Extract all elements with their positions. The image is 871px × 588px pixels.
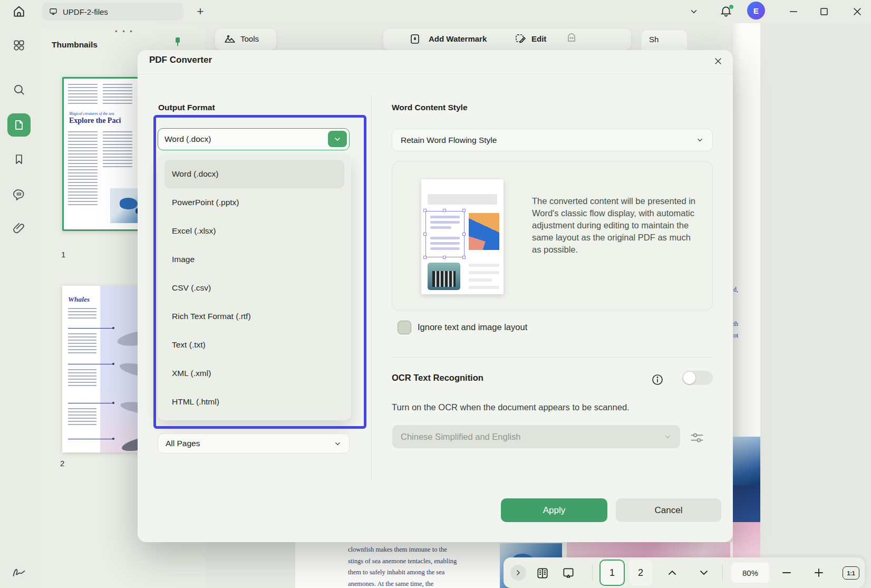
presenter-icon xyxy=(562,566,575,580)
zoom-level[interactable]: 80% xyxy=(731,563,769,583)
thumb2-text-block xyxy=(68,308,96,320)
preview-photo-2 xyxy=(428,263,460,290)
ocr-settings-button[interactable] xyxy=(690,430,704,445)
format-option[interactable]: Image xyxy=(164,245,344,274)
previous-page-button[interactable] xyxy=(666,566,679,579)
format-option[interactable]: Rich Text Format (.rtf) xyxy=(164,302,344,331)
pin-panel-icon[interactable] xyxy=(173,37,182,46)
word-content-style-select[interactable]: Retain Word Flowing Style xyxy=(392,129,713,151)
next-page-button[interactable] xyxy=(698,566,710,579)
edit-button[interactable]: Edit xyxy=(531,34,546,43)
dialog-title: PDF Converter xyxy=(149,55,212,65)
page-2-button[interactable]: 2 xyxy=(629,560,652,586)
page-range-value: All Pages xyxy=(166,439,200,448)
toolbar-divider xyxy=(722,564,723,581)
titlebar-chevron-down-icon[interactable] xyxy=(687,5,701,18)
ocr-hint: Turn on the OCR when the document appear… xyxy=(392,402,630,412)
output-format-select[interactable]: Word (.docx) xyxy=(158,128,350,150)
sidebar-item-thumbnails[interactable] xyxy=(7,113,31,137)
presentation-mode-button[interactable] xyxy=(562,566,574,579)
tools-tab[interactable]: Tools xyxy=(215,28,276,50)
apply-button[interactable]: Apply xyxy=(501,498,607,522)
ignore-layout-label: Ignore text and image layout xyxy=(418,322,527,332)
new-tab-button[interactable]: + xyxy=(193,4,208,19)
dialog-header-divider xyxy=(138,74,733,74)
document-tab[interactable]: UPDF-2-files xyxy=(42,3,183,21)
ocr-info-button[interactable] xyxy=(651,373,664,386)
thumb1-text-block xyxy=(68,84,98,104)
background-toolbar: Add Watermark Edit xyxy=(383,28,631,50)
sidebar-item-search[interactable] xyxy=(7,78,31,101)
notifications-button[interactable] xyxy=(719,4,734,19)
format-option[interactable]: PowerPoint (.pptx) xyxy=(164,188,344,217)
thumb2-title: Whales xyxy=(68,295,90,304)
current-page-button[interactable]: 1 xyxy=(599,560,625,586)
output-format-dropdown: Word (.docx)PowerPoint (.pptx)Excel (.xl… xyxy=(158,156,351,420)
ocr-language-value: Chinese Simplified and English xyxy=(401,432,520,442)
ignore-layout-checkbox[interactable] xyxy=(398,321,411,334)
sidebar-item-grid[interactable] xyxy=(7,34,31,57)
two-page-view-button[interactable] xyxy=(536,566,548,579)
close-icon xyxy=(713,56,723,66)
chevron-down-icon xyxy=(333,135,342,143)
format-option[interactable]: CSV (.csv) xyxy=(164,274,344,302)
toolbar-divider xyxy=(592,564,593,581)
share-tab[interactable]: Sh xyxy=(642,31,687,50)
zoom-out-button[interactable] xyxy=(780,566,793,579)
left-sidebar xyxy=(0,23,38,588)
document-tab-icon xyxy=(49,7,58,16)
grid-icon xyxy=(12,38,26,52)
format-option[interactable]: Word (.docx) xyxy=(164,160,344,188)
thumb1-subtitle: Magical creatures of the sea. xyxy=(69,111,115,116)
dialog-close-button[interactable] xyxy=(710,53,726,69)
cancel-button[interactable]: Cancel xyxy=(616,498,721,522)
chevron-right-icon xyxy=(514,568,522,577)
thumb2-text-block xyxy=(68,333,96,354)
sidebar-item-attachments[interactable] xyxy=(7,217,31,240)
chevron-down-icon xyxy=(664,433,672,441)
format-option[interactable]: XML (.xml) xyxy=(164,359,344,388)
crop-tool-icon[interactable] xyxy=(565,33,578,45)
thumb1-text-block xyxy=(103,84,132,104)
share-tab-label: Sh xyxy=(649,35,659,44)
ocr-toggle[interactable] xyxy=(682,371,713,385)
thumb1-text-block xyxy=(103,131,132,168)
page-icon xyxy=(13,119,25,131)
comment-icon xyxy=(12,188,26,201)
maximize-button[interactable] xyxy=(817,5,831,18)
avatar[interactable]: E xyxy=(747,2,765,20)
sidebar-item-bookmarks[interactable] xyxy=(7,148,31,171)
home-button[interactable] xyxy=(8,2,30,21)
chevron-down-icon xyxy=(698,566,710,579)
thumb2-text-block xyxy=(68,369,96,387)
actual-size-button[interactable]: 1:1 xyxy=(843,566,859,580)
output-format-expand-button[interactable] xyxy=(328,131,347,147)
plus-icon xyxy=(812,566,825,579)
panel-drag-handle[interactable]: • • • xyxy=(115,27,134,35)
document-dark-image xyxy=(733,485,760,522)
document-text-fragment: ot xyxy=(733,332,738,340)
sidebar-item-signature[interactable] xyxy=(7,560,31,583)
sidebar-item-comments[interactable] xyxy=(7,183,31,206)
thumb2-divider xyxy=(68,439,113,439)
document-fish-image xyxy=(733,437,760,485)
expand-toolbar-button[interactable] xyxy=(510,565,526,581)
close-window-button[interactable] xyxy=(850,5,864,18)
image-mountains-icon xyxy=(224,33,236,46)
tools-tab-label: Tools xyxy=(240,34,259,43)
format-option[interactable]: HTML (.html) xyxy=(164,388,344,416)
notification-dot xyxy=(729,5,733,9)
dialog-column-divider xyxy=(371,95,372,480)
minimize-button[interactable] xyxy=(787,5,800,18)
book-view-icon xyxy=(536,566,549,580)
zoom-in-button[interactable] xyxy=(812,566,825,579)
thumb2-divider xyxy=(68,403,113,403)
page-range-select[interactable]: All Pages xyxy=(158,433,350,454)
add-watermark-button[interactable]: Add Watermark xyxy=(429,34,487,43)
paperclip-icon xyxy=(12,221,26,235)
thumbnails-panel-title: Thumbnails xyxy=(52,40,98,50)
ocr-language-select[interactable]: Chinese Simplified and English xyxy=(392,425,680,448)
format-option[interactable]: Text (.txt) xyxy=(164,331,344,359)
format-option[interactable]: Excel (.xlsx) xyxy=(164,217,344,245)
thumb1-text-block xyxy=(68,131,98,205)
